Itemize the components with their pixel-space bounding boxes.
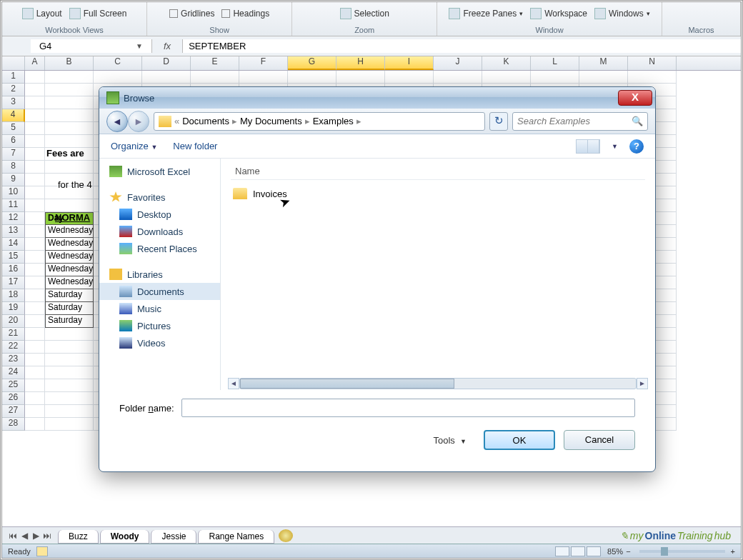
row-header[interactable]: 5 xyxy=(2,122,25,135)
row-header[interactable]: 20 xyxy=(2,315,25,328)
cell[interactable] xyxy=(628,71,677,84)
row-header[interactable]: 23 xyxy=(2,354,25,366)
ribbon-button[interactable]: Headings xyxy=(221,9,269,19)
row-header[interactable]: 1 xyxy=(2,71,25,84)
cell[interactable] xyxy=(482,71,531,84)
row-header[interactable]: 9 xyxy=(2,174,25,186)
view-normal-button[interactable] xyxy=(555,546,569,556)
tree-item[interactable]: Libraries xyxy=(99,266,220,283)
cell[interactable] xyxy=(25,276,45,289)
cell[interactable] xyxy=(25,174,45,186)
cell[interactable] xyxy=(25,148,45,161)
cell[interactable] xyxy=(25,186,45,199)
help-icon[interactable]: ? xyxy=(629,139,644,154)
forward-button[interactable]: ► xyxy=(128,111,149,132)
cell[interactable] xyxy=(25,212,45,225)
breadcrumb[interactable]: « Documents▸My Documents▸Examples▸ xyxy=(154,112,485,131)
cell[interactable] xyxy=(45,366,94,379)
cell[interactable] xyxy=(25,251,45,264)
tree-item[interactable]: Videos xyxy=(99,334,220,351)
row-header[interactable]: 15 xyxy=(2,251,25,264)
tree-item[interactable]: Microsoft Excel xyxy=(99,163,220,180)
cell[interactable] xyxy=(45,161,94,174)
row-header[interactable]: 17 xyxy=(2,276,25,289)
column-header[interactable]: A xyxy=(25,56,45,70)
zoom-thumb[interactable] xyxy=(661,547,668,556)
close-button[interactable]: X xyxy=(618,90,652,106)
chevron-right-icon[interactable]: ▸ xyxy=(356,116,361,126)
chevron-left-icon[interactable]: « xyxy=(174,116,179,126)
column-header[interactable]: B xyxy=(45,56,94,70)
cell[interactable] xyxy=(25,302,45,315)
cancel-button[interactable]: Cancel xyxy=(564,430,635,450)
cell[interactable]: Wednesday xyxy=(45,264,94,276)
cell[interactable] xyxy=(45,109,94,122)
tree-item[interactable]: Recent Places xyxy=(99,240,220,257)
cell[interactable] xyxy=(385,71,434,84)
zoom-level[interactable]: 85% xyxy=(607,547,623,556)
chevron-down-icon[interactable]: ▼ xyxy=(612,143,618,150)
cell[interactable] xyxy=(45,122,94,135)
name-box-dropdown-icon[interactable]: ▼ xyxy=(136,42,143,50)
tree-item[interactable]: Desktop xyxy=(99,206,220,223)
cell[interactable] xyxy=(25,135,45,148)
row-header[interactable]: 21 xyxy=(2,328,25,341)
row-header[interactable]: 27 xyxy=(2,405,25,418)
row-header[interactable]: 25 xyxy=(2,379,25,392)
tools-button[interactable]: Tools ▼ xyxy=(433,435,467,446)
cell[interactable] xyxy=(25,199,45,212)
scroll-left-icon[interactable]: ◄ xyxy=(228,378,239,389)
zoom-out-icon[interactable]: − xyxy=(626,547,630,556)
row-header[interactable]: 13 xyxy=(2,225,25,238)
cell[interactable] xyxy=(45,199,94,212)
cell[interactable] xyxy=(142,71,191,84)
cell[interactable] xyxy=(25,225,45,238)
column-header[interactable]: C xyxy=(94,56,142,70)
cell[interactable] xyxy=(25,354,45,366)
cell[interactable] xyxy=(25,84,45,96)
cell[interactable] xyxy=(25,379,45,392)
column-header[interactable]: N xyxy=(628,56,677,70)
folder-tree[interactable]: Microsoft ExcelFavoritesDesktopDownloads… xyxy=(99,159,221,390)
cell[interactable] xyxy=(288,71,336,84)
cell[interactable] xyxy=(25,328,45,341)
column-header[interactable]: H xyxy=(336,56,385,70)
row-header[interactable]: 19 xyxy=(2,302,25,315)
ribbon-button[interactable]: Selection xyxy=(340,8,389,19)
cell[interactable]: Saturday xyxy=(45,315,94,328)
row-header[interactable]: 4 xyxy=(2,109,25,122)
cell[interactable]: Wednesday xyxy=(45,276,94,289)
row-header[interactable]: 8 xyxy=(2,161,25,174)
row-header[interactable]: 6 xyxy=(2,135,25,148)
sheet-nav-next-icon[interactable]: ▶ xyxy=(31,531,41,541)
cell[interactable]: Wednesday xyxy=(45,225,94,238)
row-header[interactable]: 11 xyxy=(2,199,25,212)
cell[interactable] xyxy=(45,328,94,341)
ribbon-button[interactable]: Windows ▾ xyxy=(594,8,650,19)
column-header[interactable]: I xyxy=(385,56,434,70)
breadcrumb-item[interactable]: Examples xyxy=(313,116,354,126)
file-list[interactable]: Name Invoices ➤ ◄ ► xyxy=(221,159,655,390)
column-header[interactable]: E xyxy=(191,56,239,70)
tree-item[interactable]: Downloads xyxy=(99,223,220,240)
cell[interactable] xyxy=(25,366,45,379)
cell[interactable] xyxy=(45,341,94,354)
select-all-corner[interactable] xyxy=(2,56,25,70)
checkbox-icon[interactable] xyxy=(169,9,178,18)
column-header[interactable]: L xyxy=(531,56,579,70)
ribbon-button[interactable]: Full Screen xyxy=(69,8,127,19)
breadcrumb-item[interactable]: Documents xyxy=(182,116,229,126)
fx-label[interactable]: fx xyxy=(152,41,182,51)
macro-record-icon[interactable] xyxy=(36,546,48,556)
breadcrumb-item[interactable]: My Documents xyxy=(240,116,302,126)
view-options-button[interactable] xyxy=(576,139,600,154)
checkbox-icon[interactable] xyxy=(221,9,230,18)
row-header[interactable]: 2 xyxy=(2,84,25,96)
sheet-tab[interactable]: Woody xyxy=(100,530,150,544)
row-header[interactable]: 16 xyxy=(2,264,25,276)
cell[interactable] xyxy=(45,96,94,109)
row-header[interactable]: 18 xyxy=(2,289,25,302)
column-header[interactable]: M xyxy=(579,56,628,70)
row-header[interactable]: 24 xyxy=(2,366,25,379)
ribbon-button[interactable]: Workspace xyxy=(530,8,587,19)
